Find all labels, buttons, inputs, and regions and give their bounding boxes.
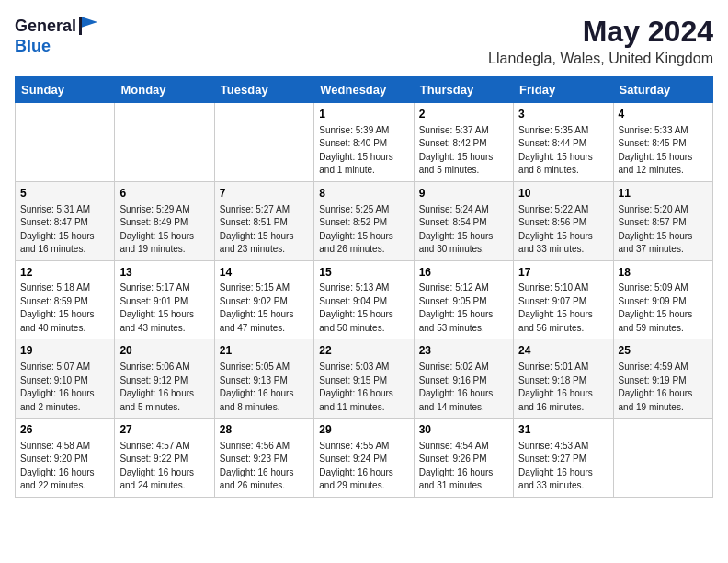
day-cell: 11Sunrise: 5:20 AM Sunset: 8:57 PM Dayli… — [613, 181, 712, 260]
day-number: 27 — [119, 422, 209, 438]
day-number: 20 — [119, 343, 209, 359]
weekday-header-row: SundayMondayTuesdayWednesdayThursdayFrid… — [16, 77, 713, 103]
title-block: May 2024 Llandegla, Wales, United Kingdo… — [488, 15, 713, 67]
day-cell — [613, 419, 712, 498]
day-number: 3 — [518, 107, 608, 122]
day-cell: 28Sunrise: 4:56 AM Sunset: 9:23 PM Dayli… — [214, 419, 313, 498]
weekday-saturday: Saturday — [613, 77, 712, 103]
day-cell: 15Sunrise: 5:13 AM Sunset: 9:04 PM Dayli… — [314, 260, 414, 339]
day-cell: 9Sunrise: 5:24 AM Sunset: 8:54 PM Daylig… — [414, 181, 513, 260]
day-info: Sunrise: 5:12 AM Sunset: 9:05 PM Dayligh… — [419, 282, 508, 335]
logo-general: General — [15, 17, 76, 36]
day-cell: 4Sunrise: 5:33 AM Sunset: 8:45 PM Daylig… — [613, 103, 712, 182]
day-info: Sunrise: 5:33 AM Sunset: 8:45 PM Dayligh… — [619, 124, 708, 178]
day-cell: 21Sunrise: 5:05 AM Sunset: 9:13 PM Dayli… — [214, 339, 313, 419]
day-number: 13 — [119, 265, 209, 281]
day-cell: 14Sunrise: 5:15 AM Sunset: 9:02 PM Dayli… — [214, 260, 313, 339]
day-cell — [214, 103, 313, 182]
day-cell: 30Sunrise: 4:54 AM Sunset: 9:26 PM Dayli… — [414, 419, 513, 498]
day-cell: 24Sunrise: 5:01 AM Sunset: 9:18 PM Dayli… — [514, 339, 613, 419]
svg-marker-0 — [81, 17, 97, 28]
day-info: Sunrise: 5:03 AM Sunset: 9:15 PM Dayligh… — [319, 361, 408, 414]
day-number: 15 — [319, 265, 408, 281]
day-number: 25 — [619, 343, 708, 359]
weekday-thursday: Thursday — [414, 77, 513, 103]
week-row-1: 1Sunrise: 5:39 AM Sunset: 8:40 PM Daylig… — [16, 103, 713, 182]
day-number: 6 — [119, 186, 209, 201]
day-info: Sunrise: 4:58 AM Sunset: 9:20 PM Dayligh… — [20, 440, 109, 493]
day-number: 4 — [619, 107, 708, 122]
page-header: General Blue May 2024 Llandegla, Wales, … — [15, 15, 713, 67]
day-cell: 16Sunrise: 5:12 AM Sunset: 9:05 PM Dayli… — [414, 260, 513, 339]
day-info: Sunrise: 5:09 AM Sunset: 9:09 PM Dayligh… — [619, 282, 708, 335]
day-cell: 22Sunrise: 5:03 AM Sunset: 9:15 PM Dayli… — [314, 339, 414, 419]
month-title: May 2024 — [488, 15, 713, 49]
day-number: 29 — [319, 422, 408, 438]
calendar-body: 1Sunrise: 5:39 AM Sunset: 8:40 PM Daylig… — [16, 103, 713, 498]
logo: General Blue — [15, 15, 99, 56]
week-row-4: 19Sunrise: 5:07 AM Sunset: 9:10 PM Dayli… — [16, 339, 713, 419]
day-number: 30 — [419, 422, 508, 438]
day-info: Sunrise: 5:01 AM Sunset: 9:18 PM Dayligh… — [518, 361, 608, 414]
weekday-tuesday: Tuesday — [214, 77, 313, 103]
day-cell: 8Sunrise: 5:25 AM Sunset: 8:52 PM Daylig… — [314, 181, 414, 260]
day-number: 23 — [419, 343, 508, 359]
day-number: 19 — [20, 343, 109, 359]
day-cell — [115, 103, 214, 182]
day-number: 21 — [220, 343, 309, 359]
day-number: 12 — [20, 265, 109, 281]
day-info: Sunrise: 5:10 AM Sunset: 9:07 PM Dayligh… — [518, 282, 608, 335]
day-cell: 25Sunrise: 4:59 AM Sunset: 9:19 PM Dayli… — [613, 339, 712, 419]
day-number: 26 — [20, 422, 109, 438]
day-info: Sunrise: 5:39 AM Sunset: 8:40 PM Dayligh… — [319, 124, 408, 178]
day-cell: 6Sunrise: 5:29 AM Sunset: 8:49 PM Daylig… — [115, 181, 214, 260]
day-cell: 19Sunrise: 5:07 AM Sunset: 9:10 PM Dayli… — [16, 339, 115, 419]
day-info: Sunrise: 4:57 AM Sunset: 9:22 PM Dayligh… — [119, 440, 209, 493]
day-info: Sunrise: 4:54 AM Sunset: 9:26 PM Dayligh… — [419, 440, 508, 493]
day-cell: 18Sunrise: 5:09 AM Sunset: 9:09 PM Dayli… — [613, 260, 712, 339]
weekday-monday: Monday — [115, 77, 214, 103]
day-info: Sunrise: 4:55 AM Sunset: 9:24 PM Dayligh… — [319, 440, 408, 493]
day-cell: 26Sunrise: 4:58 AM Sunset: 9:20 PM Dayli… — [16, 419, 115, 498]
day-cell: 27Sunrise: 4:57 AM Sunset: 9:22 PM Dayli… — [115, 419, 214, 498]
day-number: 11 — [619, 186, 708, 201]
day-cell: 12Sunrise: 5:18 AM Sunset: 8:59 PM Dayli… — [16, 260, 115, 339]
day-cell — [16, 103, 115, 182]
week-row-2: 5Sunrise: 5:31 AM Sunset: 8:47 PM Daylig… — [16, 181, 713, 260]
day-number: 14 — [220, 265, 309, 281]
day-number: 24 — [518, 343, 608, 359]
day-cell: 23Sunrise: 5:02 AM Sunset: 9:16 PM Dayli… — [414, 339, 513, 419]
day-cell: 29Sunrise: 4:55 AM Sunset: 9:24 PM Dayli… — [314, 419, 414, 498]
day-info: Sunrise: 5:13 AM Sunset: 9:04 PM Dayligh… — [319, 282, 408, 335]
day-number: 7 — [220, 186, 309, 201]
day-info: Sunrise: 5:05 AM Sunset: 9:13 PM Dayligh… — [220, 361, 309, 414]
day-cell: 2Sunrise: 5:37 AM Sunset: 8:42 PM Daylig… — [414, 103, 513, 182]
location-title: Llandegla, Wales, United Kingdom — [488, 51, 713, 67]
day-number: 10 — [518, 186, 608, 201]
day-number: 9 — [419, 186, 508, 201]
day-cell: 13Sunrise: 5:17 AM Sunset: 9:01 PM Dayli… — [115, 260, 214, 339]
day-number: 16 — [419, 265, 508, 281]
day-info: Sunrise: 5:06 AM Sunset: 9:12 PM Dayligh… — [119, 361, 209, 414]
day-cell: 5Sunrise: 5:31 AM Sunset: 8:47 PM Daylig… — [16, 181, 115, 260]
day-number: 31 — [518, 422, 608, 438]
day-cell: 7Sunrise: 5:27 AM Sunset: 8:51 PM Daylig… — [214, 181, 313, 260]
weekday-friday: Friday — [514, 77, 613, 103]
day-info: Sunrise: 5:18 AM Sunset: 8:59 PM Dayligh… — [20, 282, 109, 335]
day-cell: 1Sunrise: 5:39 AM Sunset: 8:40 PM Daylig… — [314, 103, 414, 182]
day-cell: 17Sunrise: 5:10 AM Sunset: 9:07 PM Dayli… — [514, 260, 613, 339]
day-info: Sunrise: 5:31 AM Sunset: 8:47 PM Dayligh… — [20, 203, 109, 257]
day-info: Sunrise: 4:53 AM Sunset: 9:27 PM Dayligh… — [518, 440, 608, 493]
day-number: 8 — [319, 186, 408, 201]
week-row-5: 26Sunrise: 4:58 AM Sunset: 9:20 PM Dayli… — [16, 419, 713, 498]
logo-blue: Blue — [15, 37, 51, 56]
day-info: Sunrise: 5:25 AM Sunset: 8:52 PM Dayligh… — [319, 203, 408, 257]
day-info: Sunrise: 5:22 AM Sunset: 8:56 PM Dayligh… — [518, 203, 608, 257]
day-number: 17 — [518, 265, 608, 281]
day-number: 1 — [319, 107, 408, 122]
day-cell: 31Sunrise: 4:53 AM Sunset: 9:27 PM Dayli… — [514, 419, 613, 498]
day-number: 5 — [20, 186, 109, 201]
svg-rect-1 — [79, 17, 82, 35]
day-number: 28 — [220, 422, 309, 438]
day-info: Sunrise: 5:07 AM Sunset: 9:10 PM Dayligh… — [20, 361, 109, 414]
